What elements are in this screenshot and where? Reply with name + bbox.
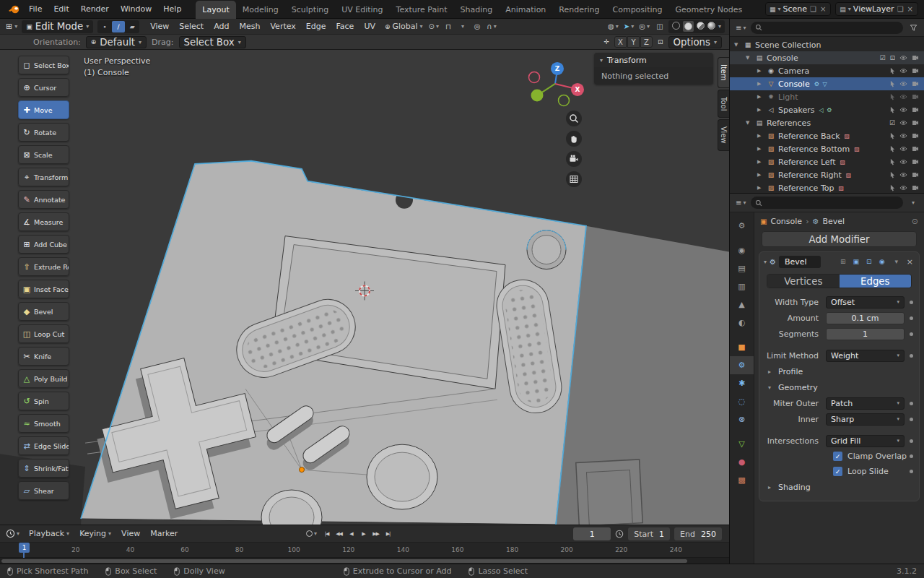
tool-button[interactable]: △ Poly Build (18, 369, 69, 388)
transform-pivot-icon[interactable]: ✛ (603, 38, 609, 46)
workspace-tab[interactable]: Sculpting (285, 1, 335, 19)
tool-button[interactable]: ✚ Move (18, 100, 69, 119)
field-widget[interactable]: Weight ▾ (826, 350, 905, 362)
outliner-item-label[interactable]: Reference Bottom (778, 144, 850, 154)
show-gizmo-button[interactable]: ➤▾ (622, 20, 635, 33)
render-visibility-icon[interactable] (912, 120, 920, 126)
render-visibility-icon[interactable] (912, 107, 920, 113)
field-widget[interactable]: Patch ▾ (826, 397, 905, 410)
new-viewlayer-button[interactable]: ❏ (897, 5, 905, 13)
shading-section-header[interactable]: ▸Shading (759, 479, 919, 495)
render-visibility-icon[interactable] (912, 68, 920, 74)
properties-editor-type-button[interactable]: ≡▾ (734, 197, 747, 210)
display-on-cage-button[interactable]: ⊞ (837, 256, 849, 267)
render-visibility-icon[interactable] (912, 94, 920, 100)
animate-dot[interactable] (910, 418, 913, 421)
hide-icon[interactable] (899, 120, 907, 126)
animate-dot[interactable] (910, 301, 913, 304)
selectable-icon[interactable] (890, 171, 895, 178)
outliner-filter-button[interactable] (907, 21, 920, 34)
object-data-tab[interactable]: ▽ (730, 435, 754, 453)
selectable-icon[interactable] (890, 184, 895, 191)
hide-icon[interactable] (899, 185, 907, 191)
mode-selector[interactable]: ▣Edit Mode▾ (22, 20, 93, 33)
workspace-tab[interactable]: Rendering (552, 1, 606, 19)
shading-solid-button[interactable] (683, 21, 694, 32)
unlink-scene-button[interactable]: × (819, 5, 827, 13)
tool-button[interactable]: ⊕ Cursor (18, 78, 69, 97)
scene-tab[interactable]: ▲ (730, 296, 754, 314)
scene-selector[interactable]: ▦ ▾ Scene ❏ × (765, 2, 831, 16)
outliner-item-label[interactable]: Console (778, 79, 810, 89)
show-overlays-button[interactable]: ◎▾ (637, 20, 651, 33)
animate-dot[interactable] (910, 354, 913, 358)
hide-icon[interactable] (899, 68, 907, 74)
hide-icon[interactable] (899, 133, 907, 139)
shading-wireframe-button[interactable] (672, 21, 680, 32)
tool-button[interactable]: ⇕ Shrink/Fatten (18, 459, 69, 478)
outliner-item-label[interactable]: Reference Back (778, 131, 840, 141)
orientation-selector[interactable]: ⊕Global▾ (382, 20, 426, 33)
render-visibility-icon[interactable] (912, 55, 920, 61)
tool-button[interactable]: ⊠ Scale (18, 145, 69, 164)
outliner-item-label[interactable]: References (767, 118, 811, 128)
menu-item[interactable]: Render (75, 0, 115, 18)
modifier-panel-header[interactable]: ▾ ⚙ Bevel ⊞ ▣ ⊡ ◉ ▾ × (759, 252, 919, 271)
modifier-close-button[interactable]: × (905, 257, 915, 267)
selectable-icon[interactable] (890, 93, 895, 100)
current-frame-field[interactable]: 1 (573, 527, 611, 540)
expand-arrow-icon[interactable]: ▶ (757, 68, 764, 74)
animate-dot[interactable] (910, 402, 913, 405)
physics-tab[interactable]: ◌ (730, 392, 754, 410)
pivot-point-button[interactable]: ⊙▾ (427, 20, 440, 33)
vertex-select-button[interactable]: ∙ (98, 21, 111, 33)
hide-icon[interactable] (899, 81, 907, 87)
preview-range-icon[interactable] (615, 530, 624, 538)
zoom-button[interactable] (566, 111, 582, 126)
tool-button[interactable]: ⇧ Extrude Reg... (18, 257, 69, 276)
hide-icon[interactable] (899, 172, 907, 178)
viewport-menu-item[interactable]: UV (359, 19, 380, 34)
viewport-menu-item[interactable]: View (145, 19, 174, 34)
geometry-section-header[interactable]: ▾Geometry (759, 379, 919, 395)
xray-toggle-button[interactable]: ◫ (653, 20, 666, 33)
end-frame-field[interactable]: End250 (674, 527, 722, 540)
workspace-tab[interactable]: Modeling (236, 1, 285, 19)
sidebar-tab[interactable]: Tool (718, 90, 729, 118)
outliner-item-label[interactable]: Camera (778, 66, 809, 76)
tool-button[interactable]: ◆ Bevel (18, 302, 69, 321)
outliner-row[interactable]: ▶ ▽ Console ⚙ ▽ ☑ ⊡ (730, 77, 924, 90)
selectable-icon[interactable] (890, 67, 895, 74)
tool-button[interactable]: ◫ Loop Cut (18, 324, 69, 343)
proportional-falloff-button[interactable]: ∩▾ (485, 20, 498, 33)
tool-button[interactable]: ⊞ Add Cube (18, 235, 69, 254)
shading-material-button[interactable] (697, 21, 705, 32)
viewport-menu-item[interactable]: Face (331, 19, 359, 34)
expand-arrow-icon[interactable]: ▼ (746, 55, 752, 61)
viewport-menu-item[interactable]: Add (209, 19, 234, 34)
workspace-tab[interactable]: Texture Paint (390, 1, 454, 19)
outliner-search-input[interactable] (751, 22, 903, 34)
animate-dot[interactable] (910, 470, 913, 473)
pan-hand-button[interactable] (566, 131, 582, 147)
render-visibility-icon[interactable] (912, 146, 920, 152)
viewport-menu-item[interactable]: Edge (301, 19, 331, 34)
timeline-menu-item[interactable]: View▾ (116, 529, 145, 538)
outliner-row[interactable]: ▶ ▨ Reference Right ▨ ☑ ⊡ (730, 168, 924, 181)
modifiers-tab[interactable]: ⚙ (730, 356, 754, 374)
outliner-item-label[interactable]: Reference Right (778, 171, 842, 180)
breadcrumb-modifier[interactable]: Bevel (823, 217, 845, 226)
expand-arrow-icon[interactable]: ▼ (746, 120, 752, 126)
collection-checkbox-icon[interactable]: ☑ (889, 119, 895, 126)
expand-arrow-icon[interactable]: ▶ (757, 146, 764, 152)
animate-dot[interactable] (910, 454, 913, 458)
outliner-row[interactable]: ▶ ▨ Reference Top ▨ ☑ ⊡ (730, 181, 924, 194)
playhead[interactable]: 1 (19, 543, 30, 558)
selectable-icon[interactable] (890, 106, 895, 113)
field-widget[interactable]: Grid Fill ▾ (826, 435, 905, 447)
edge-select-button[interactable]: ∕ (112, 21, 125, 33)
workspace-tab[interactable]: Geometry Nodes (668, 1, 749, 19)
outliner-row[interactable]: ▶ ▨ Reference Bottom ▨ ☑ ⊡ (730, 142, 924, 155)
expand-arrow-icon[interactable]: ▶ (757, 159, 764, 165)
proportional-editing-button[interactable]: ◎ (471, 20, 484, 33)
